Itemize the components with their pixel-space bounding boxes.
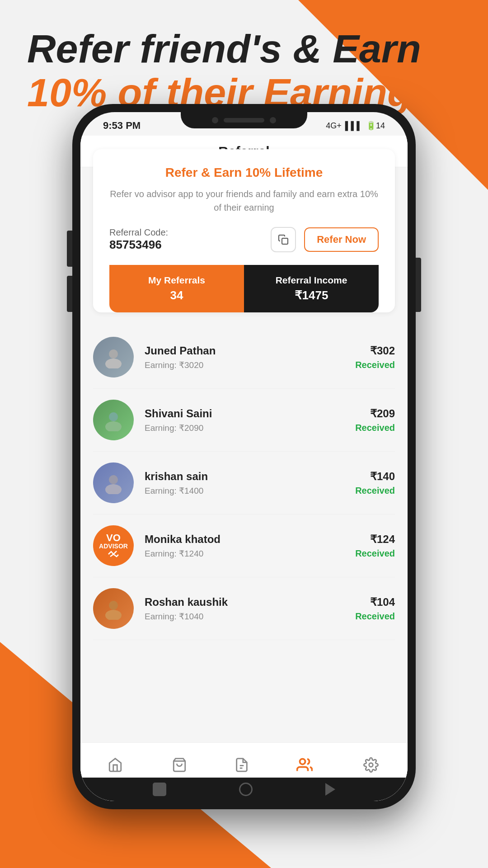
referral-card: Refer & Earn 10% Lifetime Refer vo advis…: [93, 149, 395, 312]
avatar-image: [93, 588, 134, 629]
referral-status: Received: [355, 423, 395, 433]
referral-amount-col: ₹209 Received: [355, 407, 395, 433]
android-recent-triangle[interactable]: [325, 783, 335, 796]
header-text: Refer friend's & Earn 10% of their Earni…: [27, 27, 461, 115]
referral-name: Shivani Saini: [145, 407, 344, 420]
referral-earning: Earning: ₹2090: [145, 423, 344, 433]
svg-point-12: [300, 759, 305, 764]
referral-earning: Earning: ₹1040: [145, 611, 344, 622]
referral-info: Shivani Saini Earning: ₹2090: [145, 407, 344, 433]
phone-frame: 9:53 PM 4G+ ▌▌▌ 🔋14 Referral Refer & Ear…: [72, 104, 416, 809]
status-icons: 4G+ ▌▌▌ 🔋14: [326, 121, 385, 131]
front-camera: [212, 117, 218, 123]
referral-amount-col: ₹124 Received: [355, 533, 395, 559]
speaker: [224, 118, 264, 123]
avatar: [93, 400, 134, 440]
avatar: [93, 588, 134, 629]
phone-screen: 9:53 PM 4G+ ▌▌▌ 🔋14 Referral Refer & Ear…: [80, 112, 408, 801]
svg-point-13: [369, 763, 373, 767]
android-back-square[interactable]: [153, 783, 166, 796]
referral-code-left: Referral Code: 85753496: [109, 227, 168, 252]
referral-income-label: Referral Income: [251, 275, 371, 286]
sensor: [270, 117, 276, 123]
android-home-circle[interactable]: [239, 783, 253, 796]
avatar-image: [93, 462, 134, 503]
svg-point-2: [105, 359, 122, 368]
avatar: [93, 462, 134, 503]
battery-icon: 🔋14: [366, 121, 385, 131]
referral-earning: Earning: ₹3020: [145, 360, 344, 370]
referral-earning: Earning: ₹1240: [145, 548, 344, 559]
referral-income-tab[interactable]: Referral Income ₹1475: [244, 265, 379, 312]
my-referrals-value: 34: [117, 288, 237, 302]
referral-info: Monika khatod Earning: ₹1240: [145, 533, 344, 559]
header-line1: Refer friend's & Earn: [27, 27, 461, 71]
copy-button[interactable]: [271, 227, 296, 252]
card-description: Refer vo advisor app to your friends and…: [109, 187, 379, 214]
referral-code-row: Referral Code: 85753496 Refer Now: [109, 227, 379, 252]
svg-point-7: [109, 601, 118, 610]
referral-amount: ₹209: [355, 407, 395, 420]
referral-status: Received: [355, 611, 395, 622]
stats-tabs: My Referrals 34 Referral Income ₹1475: [109, 265, 379, 312]
power-button: [416, 258, 421, 312]
avatar-image: [93, 400, 134, 440]
referral-amount: ₹124: [355, 533, 395, 546]
avatar: VO ADVISOR: [93, 525, 134, 566]
home-icon: [108, 757, 123, 774]
svg-point-5: [109, 475, 118, 484]
referral-info: Roshan kaushik Earning: ₹1040: [145, 596, 344, 622]
svg-point-6: [105, 484, 122, 494]
svg-point-8: [105, 610, 122, 620]
network-icon: 4G+: [326, 121, 342, 131]
referral-name: Juned Pathan: [145, 344, 344, 357]
referral-status: Received: [355, 486, 395, 496]
svg-point-1: [109, 349, 118, 359]
android-nav-bar: [80, 778, 408, 801]
lead-icon: [234, 757, 249, 774]
svg-rect-0: [282, 238, 288, 244]
bottom-spacer: [80, 640, 408, 649]
referral-amount: ₹140: [355, 470, 395, 483]
referral-name: Roshan kaushik: [145, 596, 344, 609]
my-referrals-tab[interactable]: My Referrals 34: [109, 265, 244, 312]
referral-amount: ₹302: [355, 344, 395, 357]
referral-code-actions: Refer Now: [271, 227, 379, 252]
referral-status: Received: [355, 360, 395, 370]
referral-item: Shivani Saini Earning: ₹2090 ₹209 Receiv…: [93, 389, 395, 452]
referral-icon: [296, 757, 313, 775]
my-referrals-label: My Referrals: [117, 275, 237, 286]
referral-amount: ₹104: [355, 596, 395, 609]
referral-item: VO ADVISOR Monika khatod Earning: ₹1240: [93, 514, 395, 577]
referral-name: Monika khatod: [145, 533, 344, 546]
referral-info: Juned Pathan Earning: ₹3020: [145, 344, 344, 370]
status-time: 9:53 PM: [103, 120, 141, 132]
referral-item: krishan sain Earning: ₹1400 ₹140 Receive…: [93, 452, 395, 514]
refer-now-button[interactable]: Refer Now: [304, 227, 379, 252]
product-icon: [172, 757, 187, 774]
svg-point-4: [105, 421, 122, 431]
avatar-image: [93, 337, 134, 377]
app-content: Referral Refer & Earn 10% Lifetime Refer…: [80, 136, 408, 801]
signal-icon: ▌▌▌: [345, 121, 362, 131]
setting-icon: [363, 757, 379, 774]
svg-point-3: [109, 412, 118, 421]
scrollable-content[interactable]: Refer & Earn 10% Lifetime Refer vo advis…: [80, 136, 408, 742]
referral-code-label: Referral Code:: [109, 227, 168, 238]
referral-income-value: ₹1475: [251, 288, 371, 302]
referral-item: Juned Pathan Earning: ₹3020 ₹302 Receive…: [93, 326, 395, 389]
vo-advisor-avatar: VO ADVISOR: [93, 525, 134, 566]
referral-list: Juned Pathan Earning: ₹3020 ₹302 Receive…: [80, 326, 408, 640]
referral-amount-col: ₹140 Received: [355, 470, 395, 496]
referral-info: krishan sain Earning: ₹1400: [145, 470, 344, 496]
referral-name: krishan sain: [145, 470, 344, 483]
referral-code-value: 85753496: [109, 238, 168, 252]
referral-amount-col: ₹302 Received: [355, 344, 395, 370]
referral-item: Roshan kaushik Earning: ₹1040 ₹104 Recei…: [93, 577, 395, 640]
notch: [181, 112, 307, 128]
avatar: [93, 337, 134, 377]
volume-down-button: [67, 276, 72, 312]
volume-up-button: [67, 231, 72, 267]
referral-earning: Earning: ₹1400: [145, 486, 344, 496]
referral-amount-col: ₹104 Received: [355, 596, 395, 622]
